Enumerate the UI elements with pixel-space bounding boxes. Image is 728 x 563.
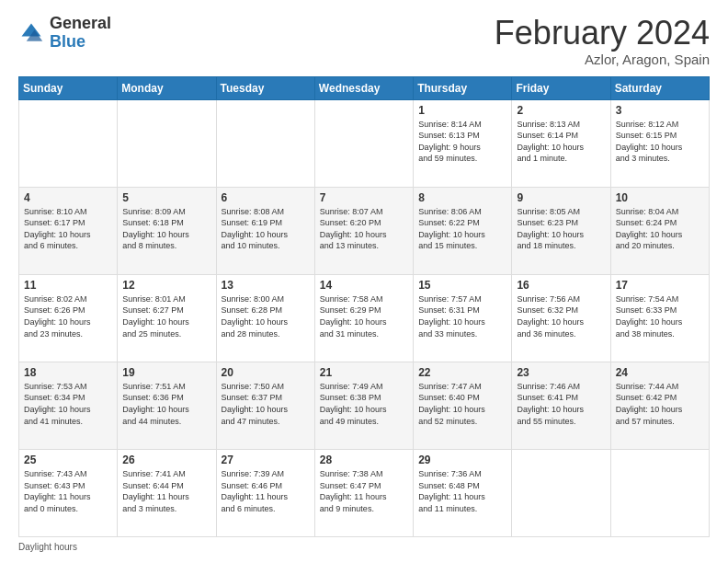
day-info: Sunrise: 7:53 AM Sunset: 6:34 PM Dayligh… xyxy=(24,381,112,427)
calendar-day-header: Saturday xyxy=(610,76,709,99)
calendar-cell: 2Sunrise: 8:13 AM Sunset: 6:14 PM Daylig… xyxy=(512,99,610,187)
calendar-week-row: 18Sunrise: 7:53 AM Sunset: 6:34 PM Dayli… xyxy=(19,362,710,449)
day-number: 8 xyxy=(418,191,506,204)
day-info: Sunrise: 7:50 AM Sunset: 6:37 PM Dayligh… xyxy=(222,381,310,427)
calendar-cell: 27Sunrise: 7:39 AM Sunset: 6:46 PM Dayli… xyxy=(216,449,314,536)
day-number: 17 xyxy=(616,279,704,292)
calendar-cell: 13Sunrise: 8:00 AM Sunset: 6:28 PM Dayli… xyxy=(216,274,314,362)
calendar-cell: 20Sunrise: 7:50 AM Sunset: 6:37 PM Dayli… xyxy=(216,362,314,449)
day-info: Sunrise: 8:08 AM Sunset: 6:19 PM Dayligh… xyxy=(222,206,310,252)
day-info: Sunrise: 8:13 AM Sunset: 6:14 PM Dayligh… xyxy=(517,119,605,165)
calendar-cell: 19Sunrise: 7:51 AM Sunset: 6:36 PM Dayli… xyxy=(118,362,216,449)
day-number: 6 xyxy=(222,191,310,204)
day-number: 11 xyxy=(24,279,112,292)
calendar-day-header: Thursday xyxy=(414,76,512,99)
day-number: 16 xyxy=(517,279,605,292)
day-info: Sunrise: 8:05 AM Sunset: 6:23 PM Dayligh… xyxy=(517,206,605,252)
day-info: Sunrise: 7:44 AM Sunset: 6:42 PM Dayligh… xyxy=(616,381,704,427)
day-number: 29 xyxy=(418,454,506,466)
location: Azlor, Aragon, Spain xyxy=(495,52,710,67)
day-info: Sunrise: 7:58 AM Sunset: 6:29 PM Dayligh… xyxy=(320,293,408,339)
day-info: Sunrise: 8:10 AM Sunset: 6:17 PM Dayligh… xyxy=(24,206,112,252)
calendar-cell xyxy=(512,449,610,536)
header: General Blue February 2024 Azlor, Aragon… xyxy=(18,15,710,67)
day-number: 7 xyxy=(320,191,408,204)
day-info: Sunrise: 8:09 AM Sunset: 6:18 PM Dayligh… xyxy=(122,206,210,252)
calendar-cell: 9Sunrise: 8:05 AM Sunset: 6:23 PM Daylig… xyxy=(512,187,610,274)
month-year: February 2024 xyxy=(495,15,710,52)
calendar-cell: 14Sunrise: 7:58 AM Sunset: 6:29 PM Dayli… xyxy=(314,274,413,362)
calendar-cell: 10Sunrise: 8:04 AM Sunset: 6:24 PM Dayli… xyxy=(610,187,709,274)
calendar-cell: 1Sunrise: 8:14 AM Sunset: 6:13 PM Daylig… xyxy=(414,99,512,187)
day-info: Sunrise: 7:47 AM Sunset: 6:40 PM Dayligh… xyxy=(418,381,506,427)
day-number: 23 xyxy=(517,366,605,379)
calendar-cell: 28Sunrise: 7:38 AM Sunset: 6:47 PM Dayli… xyxy=(314,449,413,536)
day-number: 18 xyxy=(24,366,112,379)
day-info: Sunrise: 7:36 AM Sunset: 6:48 PM Dayligh… xyxy=(418,468,506,514)
day-info: Sunrise: 7:56 AM Sunset: 6:32 PM Dayligh… xyxy=(517,293,605,339)
logo-general: General xyxy=(50,15,111,33)
calendar-cell xyxy=(118,99,216,187)
day-number: 27 xyxy=(222,454,310,466)
calendar-day-header: Tuesday xyxy=(216,76,314,99)
calendar: SundayMondayTuesdayWednesdayThursdayFrid… xyxy=(18,76,710,537)
calendar-cell: 3Sunrise: 8:12 AM Sunset: 6:15 PM Daylig… xyxy=(610,99,709,187)
calendar-cell: 11Sunrise: 8:02 AM Sunset: 6:26 PM Dayli… xyxy=(19,274,118,362)
calendar-cell: 18Sunrise: 7:53 AM Sunset: 6:34 PM Dayli… xyxy=(19,362,118,449)
calendar-cell: 22Sunrise: 7:47 AM Sunset: 6:40 PM Dayli… xyxy=(414,362,512,449)
day-number: 26 xyxy=(122,454,210,466)
calendar-cell: 25Sunrise: 7:43 AM Sunset: 6:43 PM Dayli… xyxy=(19,449,118,536)
day-number: 10 xyxy=(616,191,704,204)
day-info: Sunrise: 7:39 AM Sunset: 6:46 PM Dayligh… xyxy=(222,468,310,514)
calendar-cell xyxy=(314,99,413,187)
calendar-week-row: 4Sunrise: 8:10 AM Sunset: 6:17 PM Daylig… xyxy=(19,187,710,274)
calendar-day-header: Sunday xyxy=(19,76,118,99)
daylight-label: Daylight hours xyxy=(18,542,77,552)
day-number: 1 xyxy=(418,104,506,117)
day-number: 9 xyxy=(517,191,605,204)
logo-blue: Blue xyxy=(50,33,111,52)
day-number: 5 xyxy=(122,191,210,204)
day-number: 4 xyxy=(24,191,112,204)
day-info: Sunrise: 8:00 AM Sunset: 6:28 PM Dayligh… xyxy=(222,293,310,339)
day-number: 2 xyxy=(517,104,605,117)
calendar-cell: 26Sunrise: 7:41 AM Sunset: 6:44 PM Dayli… xyxy=(118,449,216,536)
day-info: Sunrise: 7:41 AM Sunset: 6:44 PM Dayligh… xyxy=(122,468,210,514)
calendar-day-header: Friday xyxy=(512,76,610,99)
day-info: Sunrise: 7:38 AM Sunset: 6:47 PM Dayligh… xyxy=(320,468,408,514)
calendar-cell: 12Sunrise: 8:01 AM Sunset: 6:27 PM Dayli… xyxy=(118,274,216,362)
day-number: 13 xyxy=(222,279,310,292)
day-info: Sunrise: 7:54 AM Sunset: 6:33 PM Dayligh… xyxy=(616,293,704,339)
day-number: 14 xyxy=(320,279,408,292)
day-number: 24 xyxy=(616,366,704,379)
calendar-cell: 24Sunrise: 7:44 AM Sunset: 6:42 PM Dayli… xyxy=(610,362,709,449)
calendar-day-header: Wednesday xyxy=(314,76,413,99)
day-number: 28 xyxy=(320,454,408,466)
calendar-cell xyxy=(19,99,118,187)
day-info: Sunrise: 8:07 AM Sunset: 6:20 PM Dayligh… xyxy=(320,206,408,252)
calendar-cell xyxy=(610,449,709,536)
day-number: 19 xyxy=(122,366,210,379)
calendar-header-row: SundayMondayTuesdayWednesdayThursdayFrid… xyxy=(19,76,710,99)
day-number: 25 xyxy=(24,454,112,466)
calendar-cell: 16Sunrise: 7:56 AM Sunset: 6:32 PM Dayli… xyxy=(512,274,610,362)
day-info: Sunrise: 8:06 AM Sunset: 6:22 PM Dayligh… xyxy=(418,206,506,252)
day-number: 12 xyxy=(122,279,210,292)
logo-text: General Blue xyxy=(50,15,111,52)
footer-note: Daylight hours xyxy=(18,542,710,552)
day-number: 20 xyxy=(222,366,310,379)
calendar-cell: 15Sunrise: 7:57 AM Sunset: 6:31 PM Dayli… xyxy=(414,274,512,362)
calendar-cell: 29Sunrise: 7:36 AM Sunset: 6:48 PM Dayli… xyxy=(414,449,512,536)
day-info: Sunrise: 8:02 AM Sunset: 6:26 PM Dayligh… xyxy=(24,293,112,339)
calendar-cell: 21Sunrise: 7:49 AM Sunset: 6:38 PM Dayli… xyxy=(314,362,413,449)
day-info: Sunrise: 7:51 AM Sunset: 6:36 PM Dayligh… xyxy=(122,381,210,427)
calendar-cell xyxy=(216,99,314,187)
calendar-cell: 17Sunrise: 7:54 AM Sunset: 6:33 PM Dayli… xyxy=(610,274,709,362)
day-info: Sunrise: 7:57 AM Sunset: 6:31 PM Dayligh… xyxy=(418,293,506,339)
day-info: Sunrise: 7:46 AM Sunset: 6:41 PM Dayligh… xyxy=(517,381,605,427)
calendar-cell: 7Sunrise: 8:07 AM Sunset: 6:20 PM Daylig… xyxy=(314,187,413,274)
calendar-cell: 8Sunrise: 8:06 AM Sunset: 6:22 PM Daylig… xyxy=(414,187,512,274)
day-number: 15 xyxy=(418,279,506,292)
calendar-cell: 4Sunrise: 8:10 AM Sunset: 6:17 PM Daylig… xyxy=(19,187,118,274)
calendar-week-row: 25Sunrise: 7:43 AM Sunset: 6:43 PM Dayli… xyxy=(19,449,710,536)
